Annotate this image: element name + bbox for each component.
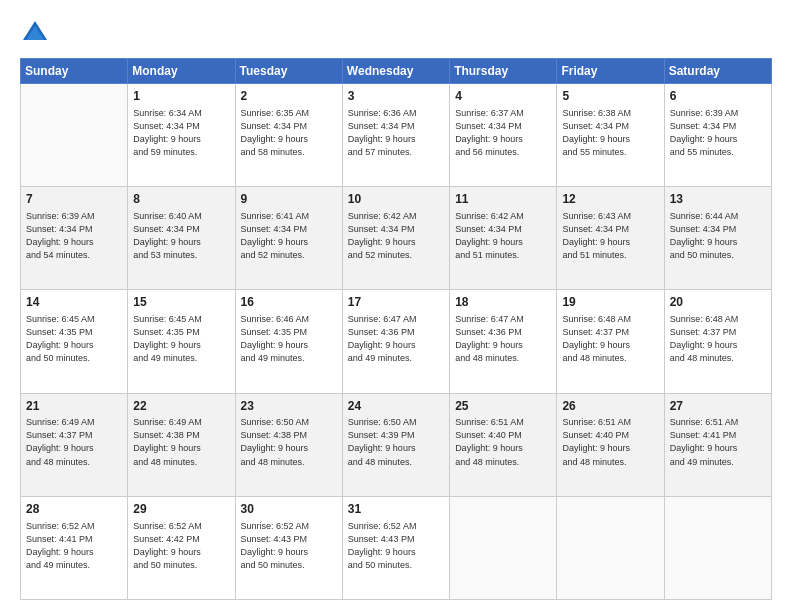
day-info: Sunrise: 6:42 AMSunset: 4:34 PMDaylight:… bbox=[455, 210, 551, 262]
day-info: Sunrise: 6:37 AMSunset: 4:34 PMDaylight:… bbox=[455, 107, 551, 159]
calendar-day-cell bbox=[450, 496, 557, 599]
calendar-day-cell bbox=[21, 84, 128, 187]
calendar-day-cell: 18Sunrise: 6:47 AMSunset: 4:36 PMDayligh… bbox=[450, 290, 557, 393]
col-header-tuesday: Tuesday bbox=[235, 59, 342, 84]
day-number: 17 bbox=[348, 294, 444, 311]
day-info: Sunrise: 6:48 AMSunset: 4:37 PMDaylight:… bbox=[670, 313, 766, 365]
day-number: 5 bbox=[562, 88, 658, 105]
day-number: 11 bbox=[455, 191, 551, 208]
day-number: 8 bbox=[133, 191, 229, 208]
day-number: 9 bbox=[241, 191, 337, 208]
day-info: Sunrise: 6:52 AMSunset: 4:42 PMDaylight:… bbox=[133, 520, 229, 572]
day-info: Sunrise: 6:52 AMSunset: 4:41 PMDaylight:… bbox=[26, 520, 122, 572]
calendar-day-cell: 12Sunrise: 6:43 AMSunset: 4:34 PMDayligh… bbox=[557, 187, 664, 290]
day-info: Sunrise: 6:50 AMSunset: 4:39 PMDaylight:… bbox=[348, 416, 444, 468]
calendar-day-cell: 22Sunrise: 6:49 AMSunset: 4:38 PMDayligh… bbox=[128, 393, 235, 496]
calendar-day-cell: 27Sunrise: 6:51 AMSunset: 4:41 PMDayligh… bbox=[664, 393, 771, 496]
calendar-week-row: 28Sunrise: 6:52 AMSunset: 4:41 PMDayligh… bbox=[21, 496, 772, 599]
calendar-day-cell: 7Sunrise: 6:39 AMSunset: 4:34 PMDaylight… bbox=[21, 187, 128, 290]
day-info: Sunrise: 6:42 AMSunset: 4:34 PMDaylight:… bbox=[348, 210, 444, 262]
day-info: Sunrise: 6:52 AMSunset: 4:43 PMDaylight:… bbox=[241, 520, 337, 572]
day-info: Sunrise: 6:47 AMSunset: 4:36 PMDaylight:… bbox=[455, 313, 551, 365]
day-info: Sunrise: 6:39 AMSunset: 4:34 PMDaylight:… bbox=[26, 210, 122, 262]
day-number: 27 bbox=[670, 398, 766, 415]
calendar-day-cell bbox=[664, 496, 771, 599]
day-info: Sunrise: 6:49 AMSunset: 4:37 PMDaylight:… bbox=[26, 416, 122, 468]
calendar-day-cell: 4Sunrise: 6:37 AMSunset: 4:34 PMDaylight… bbox=[450, 84, 557, 187]
calendar-day-cell: 24Sunrise: 6:50 AMSunset: 4:39 PMDayligh… bbox=[342, 393, 449, 496]
day-info: Sunrise: 6:41 AMSunset: 4:34 PMDaylight:… bbox=[241, 210, 337, 262]
calendar-day-cell: 30Sunrise: 6:52 AMSunset: 4:43 PMDayligh… bbox=[235, 496, 342, 599]
day-number: 16 bbox=[241, 294, 337, 311]
day-number: 20 bbox=[670, 294, 766, 311]
day-number: 3 bbox=[348, 88, 444, 105]
day-info: Sunrise: 6:50 AMSunset: 4:38 PMDaylight:… bbox=[241, 416, 337, 468]
calendar-header-row: SundayMondayTuesdayWednesdayThursdayFrid… bbox=[21, 59, 772, 84]
day-number: 31 bbox=[348, 501, 444, 518]
col-header-thursday: Thursday bbox=[450, 59, 557, 84]
day-number: 26 bbox=[562, 398, 658, 415]
day-number: 1 bbox=[133, 88, 229, 105]
day-number: 10 bbox=[348, 191, 444, 208]
page: SundayMondayTuesdayWednesdayThursdayFrid… bbox=[0, 0, 792, 612]
day-info: Sunrise: 6:51 AMSunset: 4:41 PMDaylight:… bbox=[670, 416, 766, 468]
calendar-day-cell: 2Sunrise: 6:35 AMSunset: 4:34 PMDaylight… bbox=[235, 84, 342, 187]
day-number: 28 bbox=[26, 501, 122, 518]
header bbox=[20, 18, 772, 48]
day-info: Sunrise: 6:51 AMSunset: 4:40 PMDaylight:… bbox=[562, 416, 658, 468]
calendar-day-cell: 5Sunrise: 6:38 AMSunset: 4:34 PMDaylight… bbox=[557, 84, 664, 187]
calendar-day-cell: 9Sunrise: 6:41 AMSunset: 4:34 PMDaylight… bbox=[235, 187, 342, 290]
day-number: 18 bbox=[455, 294, 551, 311]
calendar-day-cell: 6Sunrise: 6:39 AMSunset: 4:34 PMDaylight… bbox=[664, 84, 771, 187]
calendar-day-cell: 10Sunrise: 6:42 AMSunset: 4:34 PMDayligh… bbox=[342, 187, 449, 290]
day-number: 25 bbox=[455, 398, 551, 415]
day-number: 12 bbox=[562, 191, 658, 208]
day-info: Sunrise: 6:35 AMSunset: 4:34 PMDaylight:… bbox=[241, 107, 337, 159]
day-number: 7 bbox=[26, 191, 122, 208]
calendar-day-cell: 16Sunrise: 6:46 AMSunset: 4:35 PMDayligh… bbox=[235, 290, 342, 393]
day-info: Sunrise: 6:40 AMSunset: 4:34 PMDaylight:… bbox=[133, 210, 229, 262]
day-info: Sunrise: 6:51 AMSunset: 4:40 PMDaylight:… bbox=[455, 416, 551, 468]
day-info: Sunrise: 6:39 AMSunset: 4:34 PMDaylight:… bbox=[670, 107, 766, 159]
calendar-day-cell: 19Sunrise: 6:48 AMSunset: 4:37 PMDayligh… bbox=[557, 290, 664, 393]
day-number: 14 bbox=[26, 294, 122, 311]
col-header-saturday: Saturday bbox=[664, 59, 771, 84]
calendar-day-cell: 28Sunrise: 6:52 AMSunset: 4:41 PMDayligh… bbox=[21, 496, 128, 599]
col-header-friday: Friday bbox=[557, 59, 664, 84]
col-header-wednesday: Wednesday bbox=[342, 59, 449, 84]
calendar-day-cell: 11Sunrise: 6:42 AMSunset: 4:34 PMDayligh… bbox=[450, 187, 557, 290]
day-number: 29 bbox=[133, 501, 229, 518]
day-number: 13 bbox=[670, 191, 766, 208]
day-number: 21 bbox=[26, 398, 122, 415]
calendar-day-cell: 17Sunrise: 6:47 AMSunset: 4:36 PMDayligh… bbox=[342, 290, 449, 393]
day-info: Sunrise: 6:45 AMSunset: 4:35 PMDaylight:… bbox=[26, 313, 122, 365]
day-number: 6 bbox=[670, 88, 766, 105]
day-number: 30 bbox=[241, 501, 337, 518]
calendar-day-cell: 29Sunrise: 6:52 AMSunset: 4:42 PMDayligh… bbox=[128, 496, 235, 599]
day-info: Sunrise: 6:48 AMSunset: 4:37 PMDaylight:… bbox=[562, 313, 658, 365]
calendar-day-cell: 21Sunrise: 6:49 AMSunset: 4:37 PMDayligh… bbox=[21, 393, 128, 496]
day-number: 23 bbox=[241, 398, 337, 415]
calendar-table: SundayMondayTuesdayWednesdayThursdayFrid… bbox=[20, 58, 772, 600]
day-info: Sunrise: 6:44 AMSunset: 4:34 PMDaylight:… bbox=[670, 210, 766, 262]
calendar-week-row: 14Sunrise: 6:45 AMSunset: 4:35 PMDayligh… bbox=[21, 290, 772, 393]
calendar-day-cell: 1Sunrise: 6:34 AMSunset: 4:34 PMDaylight… bbox=[128, 84, 235, 187]
calendar-day-cell: 26Sunrise: 6:51 AMSunset: 4:40 PMDayligh… bbox=[557, 393, 664, 496]
day-number: 4 bbox=[455, 88, 551, 105]
day-number: 2 bbox=[241, 88, 337, 105]
day-info: Sunrise: 6:34 AMSunset: 4:34 PMDaylight:… bbox=[133, 107, 229, 159]
day-info: Sunrise: 6:47 AMSunset: 4:36 PMDaylight:… bbox=[348, 313, 444, 365]
calendar-day-cell: 3Sunrise: 6:36 AMSunset: 4:34 PMDaylight… bbox=[342, 84, 449, 187]
day-info: Sunrise: 6:46 AMSunset: 4:35 PMDaylight:… bbox=[241, 313, 337, 365]
calendar-day-cell: 31Sunrise: 6:52 AMSunset: 4:43 PMDayligh… bbox=[342, 496, 449, 599]
day-info: Sunrise: 6:43 AMSunset: 4:34 PMDaylight:… bbox=[562, 210, 658, 262]
logo-icon bbox=[20, 18, 50, 48]
day-number: 15 bbox=[133, 294, 229, 311]
calendar-day-cell: 8Sunrise: 6:40 AMSunset: 4:34 PMDaylight… bbox=[128, 187, 235, 290]
calendar-day-cell: 15Sunrise: 6:45 AMSunset: 4:35 PMDayligh… bbox=[128, 290, 235, 393]
calendar-day-cell: 14Sunrise: 6:45 AMSunset: 4:35 PMDayligh… bbox=[21, 290, 128, 393]
calendar-day-cell: 25Sunrise: 6:51 AMSunset: 4:40 PMDayligh… bbox=[450, 393, 557, 496]
logo bbox=[20, 18, 54, 48]
calendar-week-row: 7Sunrise: 6:39 AMSunset: 4:34 PMDaylight… bbox=[21, 187, 772, 290]
calendar-week-row: 21Sunrise: 6:49 AMSunset: 4:37 PMDayligh… bbox=[21, 393, 772, 496]
